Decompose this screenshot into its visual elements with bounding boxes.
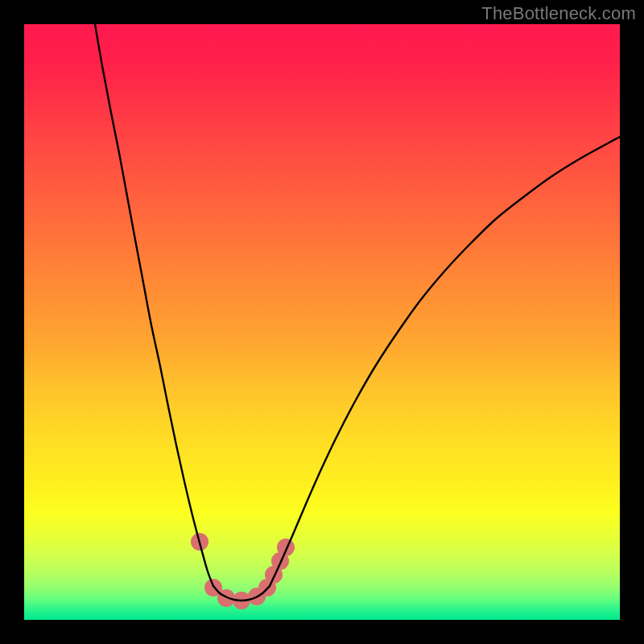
- plot-area: [24, 24, 620, 620]
- watermark-text: TheBottleneck.com: [481, 3, 636, 24]
- chart-svg: [24, 24, 620, 620]
- bottleneck-markers: [191, 533, 295, 609]
- outer-black-frame: TheBottleneck.com: [0, 0, 644, 644]
- curve-right-branch: [270, 137, 620, 586]
- curve-left-branch: [95, 24, 213, 586]
- bottleneck-dot: [277, 539, 295, 556]
- bottleneck-dot: [217, 589, 235, 607]
